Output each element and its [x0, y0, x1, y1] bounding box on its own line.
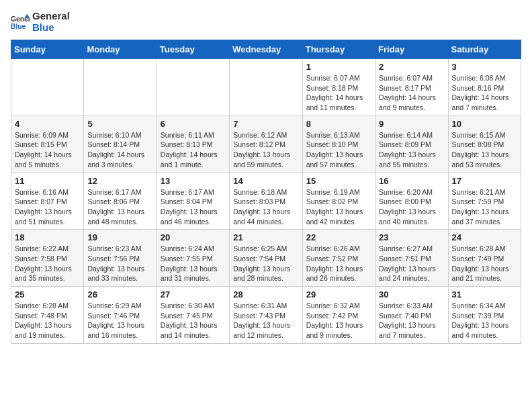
calendar-cell: 12Sunrise: 6:17 AM Sunset: 8:06 PM Dayli…: [84, 173, 157, 230]
day-info: Sunrise: 6:27 AM Sunset: 7:51 PM Dayligh…: [379, 244, 444, 283]
calendar-cell: 26Sunrise: 6:29 AM Sunset: 7:46 PM Dayli…: [84, 287, 157, 344]
day-info: Sunrise: 6:22 AM Sunset: 7:58 PM Dayligh…: [15, 244, 80, 283]
day-number: 8: [306, 119, 371, 129]
day-info: Sunrise: 6:32 AM Sunset: 7:42 PM Dayligh…: [306, 301, 371, 340]
day-info: Sunrise: 6:15 AM Sunset: 8:08 PM Dayligh…: [452, 130, 517, 170]
day-number: 3: [452, 62, 517, 72]
day-info: Sunrise: 6:26 AM Sunset: 7:52 PM Dayligh…: [306, 244, 371, 283]
day-number: 28: [233, 289, 298, 300]
day-info: Sunrise: 6:24 AM Sunset: 7:55 PM Dayligh…: [161, 244, 226, 283]
day-number: 22: [306, 232, 371, 242]
day-info: Sunrise: 6:14 AM Sunset: 8:09 PM Dayligh…: [379, 130, 444, 170]
calendar-table: SundayMondayTuesdayWednesdayThursdayFrid…: [11, 40, 521, 344]
calendar-cell: 10Sunrise: 6:15 AM Sunset: 8:08 PM Dayli…: [448, 116, 521, 173]
day-number: 15: [306, 176, 371, 186]
calendar-header: SundayMondayTuesdayWednesdayThursdayFrid…: [11, 40, 521, 59]
calendar-week-row: 18Sunrise: 6:22 AM Sunset: 7:58 PM Dayli…: [11, 230, 521, 287]
day-number: 11: [15, 176, 80, 186]
calendar-cell: 24Sunrise: 6:28 AM Sunset: 7:49 PM Dayli…: [448, 230, 521, 287]
logo-icon: General Blue: [11, 13, 30, 32]
day-info: Sunrise: 6:08 AM Sunset: 8:16 PM Dayligh…: [452, 73, 517, 113]
day-info: Sunrise: 6:30 AM Sunset: 7:45 PM Dayligh…: [161, 301, 226, 340]
day-info: Sunrise: 6:21 AM Sunset: 7:59 PM Dayligh…: [452, 187, 517, 227]
day-info: Sunrise: 6:11 AM Sunset: 8:13 PM Dayligh…: [161, 130, 226, 170]
logo-general-text: General: [32, 11, 70, 22]
calendar-cell: 14Sunrise: 6:18 AM Sunset: 8:03 PM Dayli…: [230, 173, 302, 230]
calendar-cell: 30Sunrise: 6:33 AM Sunset: 7:40 PM Dayli…: [375, 287, 448, 344]
day-number: 13: [161, 176, 226, 186]
calendar-cell: 13Sunrise: 6:17 AM Sunset: 8:04 PM Dayli…: [157, 173, 229, 230]
calendar-cell: 15Sunrise: 6:19 AM Sunset: 8:02 PM Dayli…: [302, 173, 375, 230]
calendar-cell: 18Sunrise: 6:22 AM Sunset: 7:58 PM Dayli…: [11, 230, 84, 287]
day-number: 26: [87, 289, 152, 300]
day-number: 31: [452, 289, 517, 300]
calendar-body: 1Sunrise: 6:07 AM Sunset: 8:18 PM Daylig…: [11, 59, 521, 344]
day-info: Sunrise: 6:23 AM Sunset: 7:56 PM Dayligh…: [87, 244, 152, 283]
calendar-cell: 11Sunrise: 6:16 AM Sunset: 8:07 PM Dayli…: [11, 173, 84, 230]
calendar-cell: 23Sunrise: 6:27 AM Sunset: 7:51 PM Dayli…: [375, 230, 448, 287]
day-number: 29: [306, 289, 371, 300]
calendar-week-row: 4Sunrise: 6:09 AM Sunset: 8:15 PM Daylig…: [11, 116, 521, 173]
day-info: Sunrise: 6:20 AM Sunset: 8:00 PM Dayligh…: [379, 187, 444, 227]
header-row: SundayMondayTuesdayWednesdayThursdayFrid…: [11, 40, 521, 59]
day-number: 4: [15, 119, 80, 129]
day-of-week-header: Sunday: [11, 40, 84, 59]
calendar-cell: 31Sunrise: 6:34 AM Sunset: 7:39 PM Dayli…: [448, 287, 521, 344]
calendar-cell: [84, 59, 157, 116]
day-info: Sunrise: 6:31 AM Sunset: 7:43 PM Dayligh…: [233, 301, 298, 340]
day-number: 30: [379, 289, 444, 300]
day-number: 5: [87, 119, 152, 129]
day-of-week-header: Thursday: [302, 40, 375, 59]
day-number: 23: [379, 232, 444, 242]
calendar-cell: 4Sunrise: 6:09 AM Sunset: 8:15 PM Daylig…: [11, 116, 84, 173]
day-info: Sunrise: 6:29 AM Sunset: 7:46 PM Dayligh…: [87, 301, 152, 340]
day-number: 9: [379, 119, 444, 129]
svg-text:Blue: Blue: [11, 23, 26, 30]
header: General Blue General Blue: [11, 11, 521, 33]
day-number: 20: [161, 232, 226, 242]
day-number: 27: [161, 289, 226, 300]
day-number: 7: [233, 119, 298, 129]
day-info: Sunrise: 6:28 AM Sunset: 7:48 PM Dayligh…: [15, 301, 80, 340]
day-info: Sunrise: 6:07 AM Sunset: 8:17 PM Dayligh…: [379, 73, 444, 113]
calendar-cell: 25Sunrise: 6:28 AM Sunset: 7:48 PM Dayli…: [11, 287, 84, 344]
day-of-week-header: Friday: [375, 40, 448, 59]
day-info: Sunrise: 6:28 AM Sunset: 7:49 PM Dayligh…: [452, 244, 517, 283]
calendar-cell: 7Sunrise: 6:12 AM Sunset: 8:12 PM Daylig…: [230, 116, 302, 173]
day-info: Sunrise: 6:17 AM Sunset: 8:06 PM Dayligh…: [87, 187, 152, 227]
day-info: Sunrise: 6:33 AM Sunset: 7:40 PM Dayligh…: [379, 301, 444, 340]
calendar-cell: 9Sunrise: 6:14 AM Sunset: 8:09 PM Daylig…: [375, 116, 448, 173]
day-number: 21: [233, 232, 298, 242]
calendar-week-row: 25Sunrise: 6:28 AM Sunset: 7:48 PM Dayli…: [11, 287, 521, 344]
calendar-cell: 16Sunrise: 6:20 AM Sunset: 8:00 PM Dayli…: [375, 173, 448, 230]
day-number: 16: [379, 176, 444, 186]
day-number: 19: [87, 232, 152, 242]
calendar-cell: 2Sunrise: 6:07 AM Sunset: 8:17 PM Daylig…: [375, 59, 448, 116]
day-number: 25: [15, 289, 80, 300]
day-number: 1: [306, 62, 371, 72]
calendar-cell: [11, 59, 84, 116]
day-info: Sunrise: 6:17 AM Sunset: 8:04 PM Dayligh…: [161, 187, 226, 227]
day-number: 14: [233, 176, 298, 186]
day-number: 17: [452, 176, 517, 186]
day-info: Sunrise: 6:09 AM Sunset: 8:15 PM Dayligh…: [15, 130, 80, 170]
calendar-cell: 8Sunrise: 6:13 AM Sunset: 8:10 PM Daylig…: [302, 116, 375, 173]
calendar-cell: 28Sunrise: 6:31 AM Sunset: 7:43 PM Dayli…: [230, 287, 302, 344]
calendar-cell: [157, 59, 229, 116]
day-number: 6: [161, 119, 226, 129]
logo: General Blue General Blue: [11, 11, 70, 33]
day-info: Sunrise: 6:13 AM Sunset: 8:10 PM Dayligh…: [306, 130, 371, 170]
day-info: Sunrise: 6:10 AM Sunset: 8:14 PM Dayligh…: [87, 130, 152, 170]
logo-blue-text: Blue: [32, 22, 70, 34]
day-of-week-header: Tuesday: [157, 40, 229, 59]
calendar-week-row: 11Sunrise: 6:16 AM Sunset: 8:07 PM Dayli…: [11, 173, 521, 230]
calendar-cell: 1Sunrise: 6:07 AM Sunset: 8:18 PM Daylig…: [302, 59, 375, 116]
day-number: 10: [452, 119, 517, 129]
day-number: 24: [452, 232, 517, 242]
day-of-week-header: Wednesday: [230, 40, 302, 59]
calendar-cell: 27Sunrise: 6:30 AM Sunset: 7:45 PM Dayli…: [157, 287, 229, 344]
calendar-cell: 6Sunrise: 6:11 AM Sunset: 8:13 PM Daylig…: [157, 116, 229, 173]
day-of-week-header: Monday: [84, 40, 157, 59]
calendar-cell: 29Sunrise: 6:32 AM Sunset: 7:42 PM Dayli…: [302, 287, 375, 344]
day-info: Sunrise: 6:07 AM Sunset: 8:18 PM Dayligh…: [306, 73, 371, 113]
